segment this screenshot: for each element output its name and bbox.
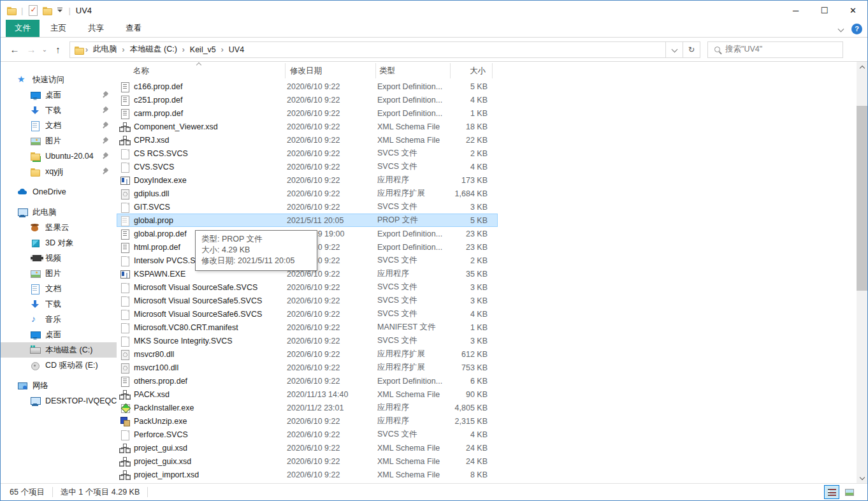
table-row[interactable]: project_gui.xsd 2020/6/10 9:22 XML Schem… bbox=[117, 441, 498, 454]
breadcrumb-segment[interactable]: 本地磁盘 (C:) bbox=[126, 44, 181, 55]
table-row[interactable]: GIT.SVCS 2020/6/10 9:22 SVCS 文件 3 KB bbox=[117, 200, 498, 214]
expand-ribbon-icon[interactable] bbox=[838, 26, 844, 32]
table-row[interactable]: PACK.xsd 2020/11/13 14:40 XML Schema Fil… bbox=[117, 388, 498, 401]
close-button[interactable]: ✕ bbox=[839, 1, 867, 20]
breadcrumb-segment[interactable]: 此电脑 bbox=[89, 44, 121, 55]
sidebar-item[interactable]: xqyjlj bbox=[1, 164, 117, 179]
tab-home[interactable]: 主页 bbox=[40, 20, 77, 37]
column-header-date[interactable]: 修改日期 bbox=[286, 63, 376, 78]
thumbnails-view-button[interactable] bbox=[842, 485, 857, 499]
table-row[interactable]: CVS.SVCS 2020/6/10 9:22 SVCS 文件 4 KB bbox=[117, 160, 498, 173]
file-size: 1 KB bbox=[452, 109, 498, 118]
scrollbar-thumb[interactable] bbox=[857, 106, 867, 291]
sidebar-item[interactable]: Ubuntu-20.04 bbox=[1, 149, 117, 164]
file-size: 4 KB bbox=[452, 96, 498, 105]
table-row[interactable]: others.prop.def 2020/6/10 9:22 Export De… bbox=[117, 374, 498, 388]
sidebar-item-label: Ubuntu-20.04 bbox=[45, 152, 94, 161]
table-row[interactable]: Microsoft.VC80.CRT.manifest 2020/6/10 9:… bbox=[117, 321, 498, 334]
column-header-type[interactable]: 类型 bbox=[376, 63, 451, 78]
sidebar-item[interactable]: 坚果云 bbox=[1, 220, 117, 235]
table-row[interactable]: Perforce.SVCS 2020/6/10 9:22 SVCS 文件 4 K… bbox=[117, 428, 498, 441]
table-row[interactable]: c166.prop.def 2020/6/10 9:22 Export Defi… bbox=[117, 80, 498, 93]
table-row[interactable]: Microsoft Visual SourceSafe6.SVCS 2020/6… bbox=[117, 307, 498, 321]
sidebar-item[interactable]: 下载 bbox=[1, 103, 117, 118]
dll-icon bbox=[120, 349, 130, 359]
breadcrumb-segment[interactable]: Keil_v5 bbox=[186, 45, 220, 54]
up-button[interactable]: ↑ bbox=[50, 42, 66, 57]
table-row[interactable]: project_import.xsd 2020/6/10 9:22 XML Sc… bbox=[117, 468, 498, 481]
details-view-button[interactable] bbox=[824, 485, 839, 499]
breadcrumb[interactable]: ›此电脑›本地磁盘 (C:)›Keil_v5›UV4 bbox=[69, 41, 666, 58]
table-row[interactable]: c251.prop.def 2020/6/10 9:22 Export Defi… bbox=[117, 93, 498, 106]
sidebar-item[interactable]: 文档 bbox=[1, 281, 117, 296]
new-folder-shortcut-icon[interactable] bbox=[42, 5, 52, 15]
sidebar-item[interactable]: 音乐 bbox=[1, 312, 117, 327]
refresh-icon[interactable]: ↻ bbox=[683, 41, 700, 58]
sidebar-item[interactable]: 桌面 bbox=[1, 87, 117, 103]
sidebar-item[interactable]: 快速访问 bbox=[1, 72, 117, 87]
tab-share[interactable]: 共享 bbox=[77, 20, 115, 37]
table-row[interactable]: global.prop 2021/5/11 20:05 PROP 文件 5 KB bbox=[117, 214, 498, 227]
table-row[interactable]: Microsoft Visual SourceSafe.SVCS 2020/6/… bbox=[117, 280, 498, 294]
file-size: 8 KB bbox=[452, 470, 498, 479]
sidebar-item[interactable]: 3D 对象 bbox=[1, 235, 117, 250]
breadcrumb-separator-icon[interactable]: › bbox=[84, 45, 89, 54]
table-row[interactable]: CPRJ.xsd 2020/6/10 9:22 XML Schema File … bbox=[117, 133, 498, 147]
back-button[interactable]: ← bbox=[7, 42, 22, 57]
file-size: 18 KB bbox=[452, 122, 498, 131]
breadcrumb-separator-icon[interactable]: › bbox=[220, 45, 225, 54]
scroll-up-icon[interactable] bbox=[857, 62, 867, 73]
separator: | bbox=[68, 6, 70, 15]
minimize-button[interactable]: ─ bbox=[781, 1, 810, 20]
sidebar-item[interactable]: DESKTOP-IVQEQC bbox=[1, 393, 117, 409]
maximize-button[interactable]: ☐ bbox=[810, 1, 839, 20]
file-type: Export Definition... bbox=[377, 377, 452, 386]
table-row[interactable]: gdiplus.dll 2020/6/10 9:22 应用程序扩展 1,684 … bbox=[117, 187, 498, 200]
address-dropdown-icon[interactable] bbox=[666, 41, 683, 58]
column-header-name[interactable]: 名称 bbox=[120, 63, 286, 78]
document-icon bbox=[30, 120, 40, 131]
sidebar-item[interactable]: 网络 bbox=[1, 378, 117, 393]
sidebar-item[interactable]: 图片 bbox=[1, 266, 117, 281]
sidebar-item[interactable]: 图片 bbox=[1, 133, 117, 149]
breadcrumb-separator-icon[interactable]: › bbox=[181, 45, 186, 54]
sidebar-item[interactable]: 文档 bbox=[1, 118, 117, 133]
table-row[interactable]: CS RCS.SVCS 2020/6/10 9:22 SVCS 文件 2 KB bbox=[117, 147, 498, 160]
file-name: Component_Viewer.xsd bbox=[134, 122, 287, 131]
help-icon[interactable]: ? bbox=[851, 24, 862, 34]
table-row[interactable]: project_guix.xsd 2020/6/10 9:22 XML Sche… bbox=[117, 454, 498, 468]
sidebar-item[interactable]: CD 驱动器 (E:) bbox=[1, 358, 117, 373]
table-row[interactable]: DoxyIndex.exe 2020/6/10 9:22 应用程序 173 KB bbox=[117, 173, 498, 187]
sidebar-item[interactable]: 本地磁盘 (C:) bbox=[1, 342, 117, 358]
column-header-size[interactable]: 大小 bbox=[451, 63, 493, 78]
table-row[interactable]: Microsoft Visual SourceSafe5.SVCS 2020/6… bbox=[117, 294, 498, 307]
sidebar-item[interactable]: 此电脑 bbox=[1, 205, 117, 220]
forward-button[interactable]: → bbox=[24, 42, 39, 57]
vertical-scrollbar[interactable] bbox=[857, 62, 867, 484]
properties-shortcut-icon[interactable] bbox=[27, 5, 38, 15]
table-row[interactable]: msvcr80.dll 2020/6/10 9:22 应用程序扩展 612 KB bbox=[117, 347, 498, 361]
table-row[interactable]: MKS Source Integrity.SVCS 2020/6/10 9:22… bbox=[117, 334, 498, 347]
sidebar-item[interactable]: 视频 bbox=[1, 250, 117, 266]
tab-view[interactable]: 查看 bbox=[115, 20, 152, 37]
nutstore-icon bbox=[30, 222, 40, 233]
sidebar-item[interactable]: 桌面 bbox=[1, 327, 117, 342]
sidebar-item[interactable]: 下载 bbox=[1, 296, 117, 312]
file-date: 2020/6/10 9:22 bbox=[287, 310, 377, 319]
file-date: 2020/6/10 9:22 bbox=[287, 470, 377, 479]
table-row[interactable]: msvcr100.dll 2020/6/10 9:22 应用程序扩展 753 K… bbox=[117, 361, 498, 374]
file-type: 应用程序 bbox=[377, 416, 452, 426]
recent-locations-icon[interactable]: ⌄ bbox=[40, 42, 49, 57]
table-row[interactable]: Component_Viewer.xsd 2020/6/10 9:22 XML … bbox=[117, 120, 498, 133]
customize-toolbar-dropdown-icon[interactable] bbox=[57, 7, 64, 13]
table-row[interactable]: carm.prop.def 2020/6/10 9:22 Export Defi… bbox=[117, 106, 498, 120]
search-input[interactable]: 搜索"UV4" bbox=[707, 41, 843, 58]
page-icon bbox=[120, 336, 130, 346]
tab-file[interactable]: 文件 bbox=[6, 20, 40, 37]
breadcrumb-segment[interactable]: UV4 bbox=[225, 45, 248, 54]
table-row[interactable]: PackInstaller.exe 2020/11/2 23:01 应用程序 4… bbox=[117, 401, 498, 414]
table-row[interactable]: PackUnzip.exe 2020/6/10 9:22 应用程序 2,315 … bbox=[117, 414, 498, 428]
sidebar-item[interactable]: OneDrive bbox=[1, 184, 117, 200]
breadcrumb-separator-icon[interactable]: › bbox=[121, 45, 126, 54]
scroll-down-icon[interactable] bbox=[857, 473, 867, 484]
